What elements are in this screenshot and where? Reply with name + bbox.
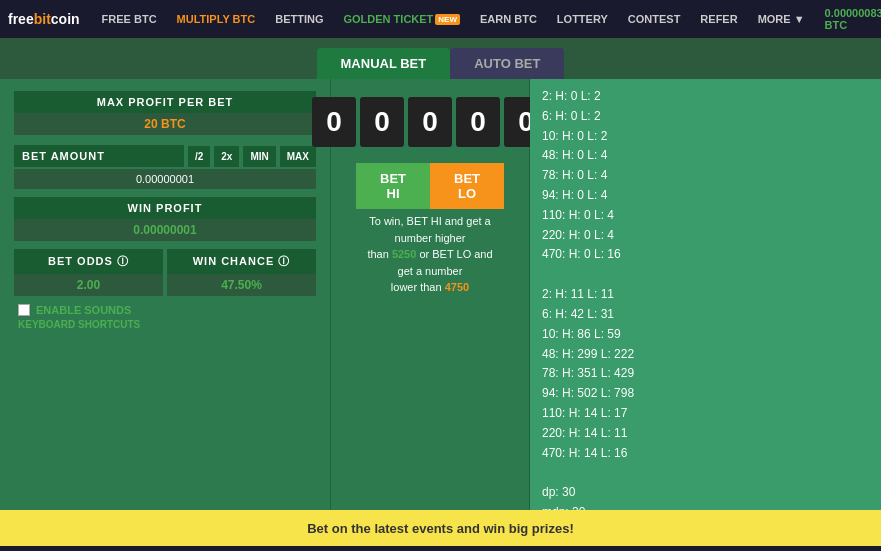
- bet-lo-button[interactable]: BET LO: [430, 163, 504, 209]
- stat-s2-2: 10: H: 86 L: 59: [542, 325, 869, 345]
- nav-earn-btc[interactable]: EARN BTC: [470, 0, 547, 38]
- digit-2: 0: [408, 97, 452, 147]
- bottom-bar-text: Bet on the latest events and win big pri…: [307, 521, 574, 536]
- digit-3: 0: [456, 97, 500, 147]
- balance-display: 0.00000083 BTC: [815, 7, 881, 31]
- nav-betting[interactable]: BETTING: [265, 0, 333, 38]
- nav-lottery[interactable]: LOTTERY: [547, 0, 618, 38]
- nav-refer[interactable]: REFER: [690, 0, 747, 38]
- right-panel: 2: H: 0 L: 2 6: H: 0 L: 2 10: H: 0 L: 2 …: [530, 79, 881, 510]
- bet-odds-col: BET ODDS ⓘ 2.00: [14, 249, 163, 296]
- btn-2x[interactable]: 2x: [214, 146, 239, 167]
- digit-0: 0: [312, 97, 356, 147]
- bet-info-line2: lower than: [391, 281, 442, 293]
- left-panel: MAX PROFIT PER BET 20 BTC BET AMOUNT /2 …: [0, 79, 330, 510]
- bet-info-hi-value: 5250: [392, 248, 416, 260]
- win-chance-col: WIN CHANCE ⓘ 47.50%: [167, 249, 316, 296]
- bet-info: To win, BET HI and get a number higher t…: [361, 213, 499, 296]
- tabs-bar: MANUAL BET AUTO BET: [0, 38, 881, 79]
- stat-s2-4: 78: H: 351 L: 429: [542, 364, 869, 384]
- nav-golden-ticket[interactable]: GOLDEN TICKET NEW: [334, 0, 471, 38]
- max-profit-label: MAX PROFIT PER BET: [14, 91, 316, 113]
- win-chance-text: WIN CHANCE: [193, 255, 275, 267]
- enable-sounds-checkbox[interactable]: [18, 304, 30, 316]
- stat-s2-5: 94: H: 502 L: 798: [542, 384, 869, 404]
- stats-section-2: 2: H: 11 L: 11 6: H: 42 L: 31 10: H: 86 …: [542, 285, 869, 463]
- nav-free-btc[interactable]: FREE BTC: [92, 0, 167, 38]
- stat-s3-1: mdp: 30: [542, 503, 869, 510]
- stat-s1-0: 2: H: 0 L: 2: [542, 87, 869, 107]
- win-profit-label: WIN PROFIT: [14, 197, 316, 219]
- win-chance-label: WIN CHANCE ⓘ: [167, 249, 316, 274]
- stat-s1-4: 78: H: 0 L: 4: [542, 166, 869, 186]
- new-badge: NEW: [435, 14, 460, 25]
- stat-s2-7: 220: H: 14 L: 11: [542, 424, 869, 444]
- btn-half[interactable]: /2: [188, 146, 210, 167]
- main-content: MAX PROFIT PER BET 20 BTC BET AMOUNT /2 …: [0, 79, 881, 510]
- bet-odds-info-icon[interactable]: ⓘ: [117, 255, 129, 267]
- stat-s1-7: 220: H: 0 L: 4: [542, 226, 869, 246]
- bet-amount-label: BET AMOUNT: [14, 145, 184, 167]
- stat-s1-1: 6: H: 0 L: 2: [542, 107, 869, 127]
- stats-section-3: dp: 30 mdp: 30: [542, 483, 869, 510]
- nav-items: FREE BTC MULTIPLY BTC BETTING GOLDEN TIC…: [92, 0, 881, 38]
- bet-hi-button[interactable]: BET HI: [356, 163, 430, 209]
- bet-amount-row: BET AMOUNT /2 2x MIN MAX: [14, 145, 316, 167]
- nav-multiply-btc[interactable]: MULTIPLY BTC: [167, 0, 266, 38]
- sounds-row: ENABLE SOUNDS: [14, 304, 316, 316]
- nav-contest[interactable]: CONTEST: [618, 0, 691, 38]
- btn-max[interactable]: MAX: [280, 146, 316, 167]
- win-profit-value: 0.00000001: [14, 219, 316, 241]
- btn-min[interactable]: MIN: [243, 146, 275, 167]
- bet-amount-input[interactable]: 0.00000001: [14, 169, 316, 189]
- stat-s2-1: 6: H: 42 L: 31: [542, 305, 869, 325]
- keyboard-shortcuts-link[interactable]: KEYBOARD SHORTCUTS: [14, 319, 316, 330]
- tab-manual-bet[interactable]: MANUAL BET: [317, 48, 451, 79]
- stats-section-1: 2: H: 0 L: 2 6: H: 0 L: 2 10: H: 0 L: 2 …: [542, 87, 869, 265]
- stat-s2-0: 2: H: 11 L: 11: [542, 285, 869, 305]
- bet-buttons: BET HI BET LO: [326, 163, 534, 209]
- stat-s2-3: 48: H: 299 L: 222: [542, 345, 869, 365]
- stat-s1-6: 110: H: 0 L: 4: [542, 206, 869, 226]
- bet-info-lo-value: 4750: [445, 281, 469, 293]
- stat-s1-2: 10: H: 0 L: 2: [542, 127, 869, 147]
- center-bet-area: 0 0 0 0 0 BET HI BET LO To win, BET HI a…: [330, 79, 530, 510]
- odds-chance-row: BET ODDS ⓘ 2.00 WIN CHANCE ⓘ 47.50%: [14, 249, 316, 296]
- digit-1: 0: [360, 97, 404, 147]
- stat-s1-8: 470: H: 0 L: 16: [542, 245, 869, 265]
- bottom-bar: Bet on the latest events and win big pri…: [0, 510, 881, 546]
- win-chance-info-icon[interactable]: ⓘ: [278, 255, 290, 267]
- nav-more[interactable]: MORE ▼: [748, 0, 815, 38]
- win-chance-value: 47.50%: [167, 274, 316, 296]
- enable-sounds-label: ENABLE SOUNDS: [36, 304, 131, 316]
- logo-bitcoin: bit: [34, 11, 51, 27]
- stat-s2-6: 110: H: 14 L: 17: [542, 404, 869, 424]
- logo: freebitcoin: [8, 11, 80, 27]
- win-profit-col: WIN PROFIT 0.00000001: [14, 197, 316, 241]
- header: freebitcoin FREE BTC MULTIPLY BTC BETTIN…: [0, 0, 881, 38]
- stat-s2-8: 470: H: 14 L: 16: [542, 444, 869, 464]
- bet-odds-label: BET ODDS ⓘ: [14, 249, 163, 274]
- bet-odds-text: BET ODDS: [48, 255, 113, 267]
- stat-s1-3: 48: H: 0 L: 4: [542, 146, 869, 166]
- max-profit-value: 20 BTC: [14, 113, 316, 135]
- logo-coin: coin: [51, 11, 80, 27]
- bet-info-line1: To win, BET HI and get a number higher: [369, 215, 490, 244]
- golden-ticket-label: GOLDEN TICKET: [344, 13, 434, 25]
- stat-s1-5: 94: H: 0 L: 4: [542, 186, 869, 206]
- logo-free: free: [8, 11, 34, 27]
- win-profit-row: WIN PROFIT 0.00000001: [14, 197, 316, 241]
- tab-auto-bet[interactable]: AUTO BET: [450, 48, 564, 79]
- bet-odds-value: 2.00: [14, 274, 163, 296]
- stat-s3-0: dp: 30: [542, 483, 869, 503]
